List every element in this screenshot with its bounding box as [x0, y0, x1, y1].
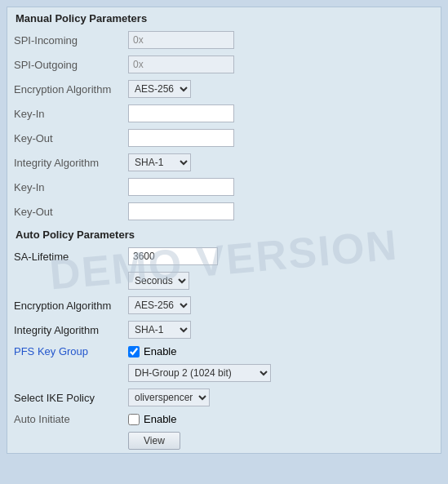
auto-initiate-row: Auto Initiate Enable — [7, 410, 441, 428]
spi-outgoing-label: SPI-Outgoing — [7, 52, 122, 77]
auto-enc-algo-row: Encryption Algorithm AES-256 AES-128 3DE… — [7, 293, 441, 317]
manual-form-table: SPI-Incoming SPI-Outgoing Encryption Alg… — [7, 28, 441, 224]
auto-enc-algo-label: Encryption Algorithm — [7, 293, 122, 317]
auto-int-algo-row: Integrity Algorithm SHA-1 MD5 SHA-256 — [7, 317, 441, 342]
sa-lifetime-row: SA-Lifetime — [7, 244, 441, 269]
auto-initiate-checkbox[interactable] — [128, 414, 140, 425]
manual-key-in-2-cell — [122, 175, 441, 199]
pfs-enable-label: Enable — [144, 345, 176, 357]
manual-enc-algo-row: Encryption Algorithm AES-256 AES-128 3DE… — [7, 77, 441, 101]
sa-lifetime-unit-row: Seconds Minutes Hours — [7, 269, 441, 293]
auto-initiate-checkbox-row: Enable — [128, 413, 434, 425]
auto-initiate-enable-label: Enable — [144, 413, 176, 425]
pfs-dh-cell: DH-Group 2 (1024 bit) DH-Group 1 (768 bi… — [122, 361, 441, 385]
manual-enc-algo-select[interactable]: AES-256 AES-128 3DES DES — [128, 80, 191, 98]
manual-int-algo-row: Integrity Algorithm SHA-1 MD5 SHA-256 — [7, 150, 441, 175]
sa-lifetime-input[interactable] — [128, 247, 218, 265]
sa-lifetime-unit-cell: Seconds Minutes Hours — [122, 269, 441, 293]
view-button[interactable]: View — [128, 432, 180, 450]
spi-outgoing-input[interactable] — [128, 56, 234, 73]
auto-int-algo-label: Integrity Algorithm — [7, 317, 122, 342]
manual-key-in-1-label: Key-In — [7, 101, 122, 126]
pfs-dh-select[interactable]: DH-Group 2 (1024 bit) DH-Group 1 (768 bi… — [128, 364, 271, 382]
manual-key-in-2-input[interactable] — [128, 178, 234, 196]
policy-panel: Manual Policy Parameters SPI-Incoming SP… — [7, 7, 441, 454]
auto-initiate-label: Auto Initiate — [7, 410, 122, 428]
manual-int-algo-cell: SHA-1 MD5 SHA-256 — [122, 150, 441, 175]
select-ike-label: Select IKE Policy — [7, 385, 122, 410]
manual-key-out-2-input[interactable] — [128, 202, 234, 220]
manual-key-in-2-row: Key-In — [7, 175, 441, 199]
sa-lifetime-unit-spacer — [7, 269, 122, 293]
manual-key-in-1-cell — [122, 101, 441, 126]
spi-incoming-cell — [122, 28, 441, 52]
sa-lifetime-cell — [122, 244, 441, 269]
manual-int-algo-label: Integrity Algorithm — [7, 150, 122, 175]
auto-int-algo-cell: SHA-1 MD5 SHA-256 — [122, 317, 441, 342]
select-ike-row: Select IKE Policy oliverspencer default — [7, 385, 441, 410]
view-button-cell: View — [122, 428, 441, 453]
spi-outgoing-row: SPI-Outgoing — [7, 52, 441, 77]
manual-key-out-1-row: Key-Out — [7, 126, 441, 150]
manual-key-out-1-cell — [122, 126, 441, 150]
auto-section-title: Auto Policy Parameters — [7, 224, 441, 244]
pfs-enable-checkbox[interactable] — [128, 346, 140, 357]
manual-int-algo-select[interactable]: SHA-1 MD5 SHA-256 — [128, 153, 191, 171]
spi-incoming-label: SPI-Incoming — [7, 28, 122, 52]
spi-incoming-row: SPI-Incoming — [7, 28, 441, 52]
sa-lifetime-label: SA-Lifetime — [7, 244, 122, 269]
sa-lifetime-unit-select[interactable]: Seconds Minutes Hours — [128, 272, 189, 290]
manual-key-out-2-row: Key-Out — [7, 199, 441, 224]
pfs-key-cell: Enable — [122, 342, 441, 361]
select-ike-select[interactable]: oliverspencer default — [128, 389, 210, 406]
manual-key-out-2-label: Key-Out — [7, 199, 122, 224]
pfs-dh-spacer — [7, 361, 122, 385]
auto-enc-algo-cell: AES-256 AES-128 3DES DES — [122, 293, 441, 317]
manual-key-in-1-row: Key-In — [7, 101, 441, 126]
auto-int-algo-select[interactable]: SHA-1 MD5 SHA-256 — [128, 321, 191, 339]
manual-key-in-1-input[interactable] — [128, 104, 234, 122]
auto-initiate-cell: Enable — [122, 410, 441, 428]
manual-key-out-1-label: Key-Out — [7, 126, 122, 150]
pfs-key-label: PFS Key Group — [7, 342, 122, 361]
pfs-dh-row: DH-Group 2 (1024 bit) DH-Group 1 (768 bi… — [7, 361, 441, 385]
auto-enc-algo-select[interactable]: AES-256 AES-128 3DES DES — [128, 296, 191, 314]
manual-section-title: Manual Policy Parameters — [7, 7, 441, 28]
manual-key-out-1-input[interactable] — [128, 129, 234, 147]
manual-enc-algo-label: Encryption Algorithm — [7, 77, 122, 101]
spi-incoming-input[interactable] — [128, 31, 234, 49]
manual-enc-algo-cell: AES-256 AES-128 3DES DES — [122, 77, 441, 101]
view-button-spacer — [7, 428, 122, 453]
view-button-row: View — [7, 428, 441, 453]
manual-key-in-2-label: Key-In — [7, 175, 122, 199]
manual-key-out-2-cell — [122, 199, 441, 224]
pfs-enable-row: Enable — [128, 345, 434, 357]
auto-form-table: SA-Lifetime Seconds Minutes Hours Encryp… — [7, 244, 441, 453]
pfs-key-row: PFS Key Group Enable — [7, 342, 441, 361]
select-ike-cell: oliverspencer default — [122, 385, 441, 410]
spi-outgoing-cell — [122, 52, 441, 77]
